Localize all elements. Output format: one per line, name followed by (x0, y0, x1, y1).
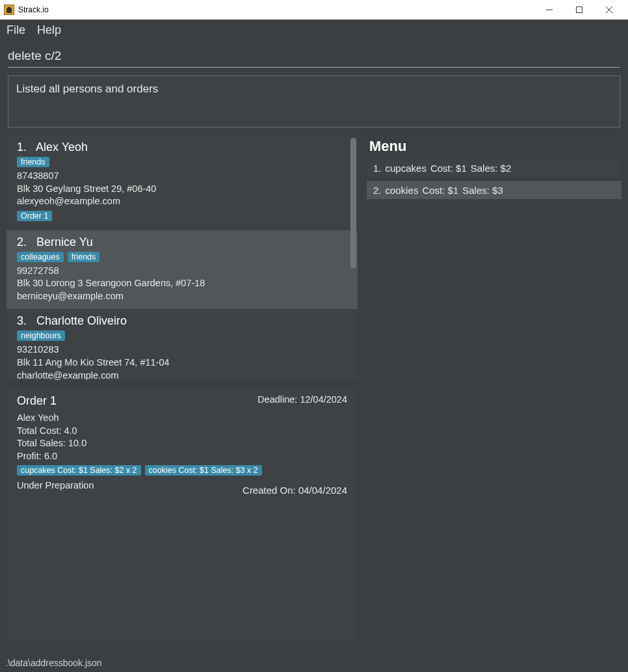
person-address: Blk 11 Ang Mo Kio Street 74, #11-04 (17, 356, 347, 370)
maximize-button[interactable] (564, 0, 594, 20)
person-index: 1. (17, 141, 27, 154)
person-order-badges: Order 1 (17, 211, 347, 221)
person-name: Charlotte Oliveiro (36, 314, 127, 327)
person-phone: 87438807 (17, 170, 347, 183)
person-tags: friends (17, 157, 347, 167)
tag: friends (68, 252, 100, 262)
tag: friends (17, 157, 49, 167)
order-total-cost: Total Cost: 4.0 (17, 425, 347, 438)
person-index: 2. (17, 235, 27, 249)
person-phone: 93210283 (17, 343, 347, 356)
order-item-badge: cookies Cost: $1 Sales: $3 x 2 (145, 465, 262, 476)
statusbar: .\data\addressbook.json (0, 656, 628, 672)
person-tags: colleagues friends (17, 252, 347, 262)
person-name-row: 2. Bernice Yu (17, 235, 347, 249)
person-name-row: 1. Alex Yeoh (17, 141, 347, 154)
window-title: Strack.io (18, 5, 534, 14)
person-email: charlotte@example.com (17, 370, 347, 381)
command-wrap (0, 41, 628, 69)
menu-item-sales: Sales: $2 (471, 163, 512, 174)
statusbar-path: .\data\addressbook.json (5, 658, 102, 668)
order-created: Created On: 04/04/2024 (242, 485, 347, 496)
menu-item-sales: Sales: $3 (462, 185, 503, 196)
main-area: 1. Alex Yeoh friends 87438807 Blk 30 Gey… (0, 130, 628, 656)
menu-item-row[interactable]: 2. cookies Cost: $1 Sales: $3 (367, 181, 621, 199)
menu-item-name: cupcakes (386, 163, 426, 174)
menu-item-index: 2. (373, 185, 382, 196)
persons-scroll[interactable]: 1. Alex Yeoh friends 87438807 Blk 30 Gey… (7, 135, 358, 380)
menu-help[interactable]: Help (37, 23, 61, 37)
minimize-button[interactable] (534, 0, 564, 20)
order-card[interactable]: Order 1 Deadline: 12/04/2024 Alex Yeoh T… (7, 386, 358, 502)
person-address: Blk 30 Geylang Street 29, #06-40 (17, 183, 347, 196)
menu-item-name: cookies (386, 185, 419, 196)
svg-rect-1 (577, 7, 582, 13)
person-name: Alex Yeoh (36, 141, 88, 154)
tag: neighbours (17, 330, 65, 341)
order-item-badge: cupcakes Cost: $1 Sales: $2 x 2 (17, 465, 141, 476)
result-display: Listed all persons and orders (8, 75, 620, 128)
order-items: cupcakes Cost: $1 Sales: $2 x 2 cookies … (17, 465, 347, 476)
person-address: Blk 30 Lorong 3 Serangoon Gardens, #07-1… (17, 277, 347, 290)
person-card[interactable]: 3. Charlotte Oliveiro neighbours 9321028… (7, 309, 358, 380)
person-tags: neighbours (17, 330, 347, 341)
minimize-icon (546, 7, 553, 13)
person-name-row: 3. Charlotte Oliveiro (17, 314, 347, 328)
menubar: File Help (0, 20, 628, 41)
order-badge: Order 1 (17, 211, 52, 221)
person-email: alexyeoh@example.com (17, 195, 347, 208)
persons-scrollbar[interactable] (350, 138, 356, 268)
menu-title: Menu (369, 138, 621, 155)
app-window: Strack.io File Help Listed all persons a… (0, 0, 628, 672)
right-column: Menu 1. cupcakes Cost: $1 Sales: $2 2. c… (364, 135, 621, 656)
app-icon (4, 5, 14, 15)
persons-panel: 1. Alex Yeoh friends 87438807 Blk 30 Gey… (7, 135, 358, 380)
tag: colleagues (17, 252, 64, 262)
titlebar: Strack.io (0, 0, 628, 20)
person-name: Bernice Yu (36, 235, 93, 249)
menu-panel: Menu 1. cupcakes Cost: $1 Sales: $2 2. c… (364, 135, 621, 199)
menu-item-cost: Cost: $1 (430, 163, 467, 174)
order-total-sales: Total Sales: 10.0 (17, 437, 347, 450)
person-index: 3. (17, 314, 27, 327)
maximize-icon (576, 7, 582, 13)
orders-panel: Order 1 Deadline: 12/04/2024 Alex Yeoh T… (7, 386, 358, 641)
result-wrap: Listed all persons and orders (0, 69, 628, 130)
left-column: 1. Alex Yeoh friends 87438807 Blk 30 Gey… (7, 135, 358, 656)
person-email: berniceyu@example.com (17, 290, 347, 303)
menu-file[interactable]: File (7, 23, 25, 37)
window-controls (534, 0, 624, 20)
order-profit: Profit: 6.0 (17, 450, 347, 463)
close-button[interactable] (594, 0, 624, 20)
person-card[interactable]: 2. Bernice Yu colleagues friends 9927275… (7, 230, 358, 310)
menu-list: 1. cupcakes Cost: $1 Sales: $2 2. cookie… (367, 159, 621, 199)
order-deadline: Deadline: 12/04/2024 (257, 394, 347, 405)
close-icon (606, 7, 612, 13)
menu-item-row[interactable]: 1. cupcakes Cost: $1 Sales: $2 (367, 159, 621, 177)
person-card[interactable]: 1. Alex Yeoh friends 87438807 Blk 30 Gey… (7, 135, 358, 230)
order-customer: Alex Yeoh (17, 412, 347, 425)
menu-item-index: 1. (373, 163, 382, 174)
menu-item-cost: Cost: $1 (422, 185, 458, 196)
command-input[interactable] (8, 46, 620, 68)
person-phone: 99272758 (17, 265, 347, 278)
